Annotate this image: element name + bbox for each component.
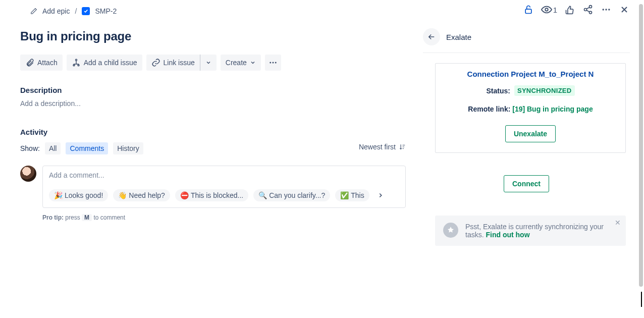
avatar — [20, 166, 36, 182]
svg-point-8 — [589, 6, 592, 8]
back-button[interactable] — [423, 28, 440, 45]
info-banner: ✕ Psst, Exalate is currently synchronizi… — [435, 216, 626, 246]
add-child-issue-button[interactable]: Add a child issue — [67, 55, 142, 71]
more-actions-button[interactable] — [265, 55, 281, 71]
banner-close-icon[interactable]: ✕ — [615, 219, 621, 227]
breadcrumb: Add epic / SMP-2 — [20, 7, 117, 15]
svg-point-4 — [272, 62, 274, 64]
attach-button[interactable]: Attach — [20, 55, 63, 71]
chip-scroll-right[interactable] — [374, 189, 387, 201]
link-issue-button[interactable]: Link issue — [146, 55, 200, 71]
svg-rect-6 — [525, 9, 531, 13]
unexalate-button[interactable]: Unexalate — [505, 125, 556, 142]
tab-comments[interactable]: Comments — [66, 142, 108, 154]
activity-heading: Activity — [20, 128, 143, 136]
create-button[interactable]: Create — [221, 55, 261, 71]
action-toolbar: Attach Add a child issue Link issue Crea… — [20, 55, 406, 71]
like-icon[interactable] — [564, 4, 575, 15]
chip-blocked[interactable]: ⛔This is blocked... — [175, 189, 248, 201]
svg-point-7 — [545, 8, 548, 11]
banner-find-out-link[interactable]: Find out how — [486, 231, 529, 239]
svg-point-3 — [270, 62, 271, 64]
svg-point-11 — [603, 9, 604, 10]
close-icon[interactable] — [619, 4, 630, 15]
pro-tip: Pro tip: press M to comment — [42, 214, 406, 221]
text-cursor — [641, 292, 642, 307]
issue-type-icon — [82, 7, 90, 15]
edit-icon — [30, 8, 37, 15]
status-label: Status: — [486, 87, 510, 95]
issue-key-link[interactable]: SMP-2 — [95, 7, 117, 15]
description-heading: Description — [20, 86, 406, 94]
exalate-title: Exalate — [446, 33, 471, 41]
connection-card: Connection Project M_to_Project N Status… — [435, 63, 626, 153]
chip-clarify[interactable]: 🔍Can you clarify...? — [253, 189, 330, 201]
exalate-header: Exalate — [423, 25, 630, 53]
comment-box[interactable]: Add a comment... 🎉Looks good! 👋Need help… — [42, 166, 406, 208]
tab-all[interactable]: All — [45, 142, 61, 154]
svg-point-5 — [275, 62, 277, 64]
svg-point-9 — [584, 9, 587, 11]
description-field[interactable]: Add a description... — [20, 99, 406, 108]
remote-link[interactable]: [19] Bug in pricing page — [512, 105, 593, 113]
watch-icon[interactable] — [541, 4, 552, 15]
scrollbar[interactable] — [639, 4, 643, 287]
breadcrumb-separator: / — [75, 7, 77, 15]
link-issue-dropdown[interactable] — [200, 55, 217, 71]
show-label: Show: — [20, 144, 40, 152]
connection-name: Connection Project M_to_Project N — [443, 70, 618, 78]
svg-point-10 — [589, 11, 592, 14]
chip-need-help[interactable]: 👋Need help? — [113, 189, 170, 201]
remote-link-label: Remote link: — [468, 105, 510, 113]
chip-this[interactable]: ✅This — [335, 189, 369, 201]
svg-point-12 — [605, 9, 607, 10]
svg-point-13 — [608, 9, 610, 10]
add-epic-link[interactable]: Add epic — [42, 7, 70, 15]
svg-point-0 — [75, 59, 77, 61]
chip-looks-good[interactable]: 🎉Looks good! — [49, 189, 108, 201]
status-badge: SYNCHRONIZED — [514, 85, 575, 96]
connect-button[interactable]: Connect — [504, 175, 549, 192]
tab-history[interactable]: History — [113, 142, 143, 154]
issue-title[interactable]: Bug in pricing page — [20, 29, 406, 43]
top-actions: 1 — [523, 4, 630, 15]
share-icon[interactable] — [582, 4, 594, 15]
comment-input[interactable]: Add a comment... — [49, 171, 399, 179]
sort-button[interactable]: Newest first — [359, 143, 406, 151]
exalate-logo-icon — [443, 223, 458, 238]
more-icon[interactable] — [601, 4, 612, 15]
lock-icon[interactable] — [523, 4, 534, 15]
watch-count: 1 — [553, 6, 557, 14]
